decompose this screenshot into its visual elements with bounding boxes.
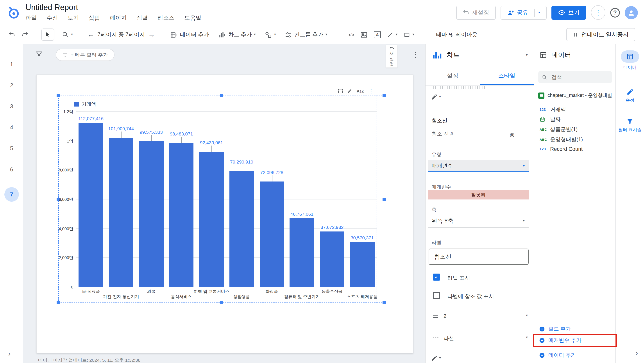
bar[interactable] <box>230 171 254 287</box>
edit-icon[interactable] <box>347 88 352 94</box>
label-color-picker[interactable]: ▾ <box>431 355 441 362</box>
add-data-button[interactable]: 데이터 추가 <box>167 28 212 41</box>
text-tool[interactable]: A <box>371 28 384 41</box>
help-icon[interactable]: ? <box>610 8 620 17</box>
page-thumb-6[interactable]: 6 <box>0 166 23 173</box>
report-page[interactable]: A↕Z ⋮ 거래액 1.2억1억8,000만6,000만4,000만2,000만… <box>36 74 413 353</box>
menu-arrange[interactable]: 정렬 <box>136 13 152 23</box>
reset-overlay[interactable]: 재설정 <box>386 45 398 67</box>
field-row[interactable]: ABC 상품군별(1) <box>540 125 613 134</box>
type-select[interactable]: 매개변수 ▾ <box>428 160 529 172</box>
menu-view[interactable]: 보기 <box>68 13 83 23</box>
prev-page-button[interactable]: ← <box>87 31 94 38</box>
image-tool[interactable] <box>357 28 371 41</box>
page-thumb-1[interactable]: 1 <box>0 61 23 67</box>
quick-filter-chip[interactable]: + 빠른 필터 추가 <box>56 49 115 61</box>
field-row[interactable]: ABC 운영형태별(1) <box>540 135 613 144</box>
collapse-panel-icon[interactable]: › <box>636 350 638 356</box>
field-row[interactable]: 123 Record Count <box>540 145 613 153</box>
data-grid-icon <box>626 53 634 60</box>
report-title[interactable]: Untitled Report <box>26 3 211 12</box>
rail-properties-button[interactable]: 속성 <box>616 88 644 103</box>
community-viz-button[interactable]: ▾ <box>262 28 279 41</box>
page-thumb-7-active[interactable]: 7 <box>4 187 19 202</box>
line-color-picker[interactable]: ▾ <box>431 93 441 100</box>
embed-url-button[interactable]: <> <box>345 28 357 41</box>
bar[interactable] <box>79 123 103 287</box>
x-axis-label: 컴퓨터 및 주변기기 <box>284 294 320 300</box>
view-button[interactable]: 보기 <box>552 5 586 19</box>
chart-kebab-icon[interactable]: ⋮ <box>368 88 374 94</box>
menu-insert[interactable]: 삽입 <box>88 13 104 23</box>
menu-resource[interactable]: 리소스 <box>158 13 179 23</box>
filter-icon[interactable] <box>36 50 42 57</box>
main-area: 1 2 3 4 5 6 7 › + 빠른 필터 추가 재설정 ⋮ <box>0 44 644 363</box>
bar[interactable] <box>290 218 314 287</box>
canvas[interactable]: + 빠른 필터 추가 재설정 ⋮ <box>23 44 425 363</box>
selection-mode-icon[interactable] <box>338 89 342 93</box>
add-control-button[interactable]: 컨트롤 추가 ▾ <box>282 28 330 41</box>
tab-setup[interactable]: 설정 <box>426 66 480 85</box>
page-thumb-5[interactable]: 5 <box>0 145 23 152</box>
next-page-button[interactable]: → <box>148 31 155 38</box>
add-field-link[interactable]: 필드 추가 <box>539 325 571 333</box>
bar[interactable] <box>260 181 284 287</box>
page-thumb-3[interactable]: 3 <box>0 103 23 110</box>
add-parameter-link[interactable]: 매개변수 추가 <box>539 337 582 344</box>
chevron-down-icon[interactable]: ▾ <box>526 336 528 339</box>
share-button[interactable]: 공유 ▾ <box>500 5 546 19</box>
line-style-value[interactable]: 파선 <box>444 335 454 343</box>
label-connector <box>182 137 182 143</box>
bar[interactable] <box>199 152 224 287</box>
show-label-checkbox-checked[interactable]: ✓ <box>433 274 440 281</box>
menu-page[interactable]: 페이지 <box>110 13 131 23</box>
field-row[interactable]: 날짜 <box>540 115 613 124</box>
add-data-link[interactable]: 데이터 추가 <box>539 352 576 359</box>
canvas-kebab-icon[interactable]: ⋮ <box>412 51 419 58</box>
search-input[interactable] <box>550 74 603 81</box>
line-weight-value[interactable]: 2 <box>444 313 446 319</box>
select-tool[interactable] <box>41 28 54 41</box>
bar[interactable] <box>139 141 164 287</box>
chevron-down-icon[interactable]: ▾ <box>526 314 528 317</box>
page-indicator[interactable]: 7페이지 중 7페이지 <box>94 28 148 41</box>
menu-help[interactable]: 도움말 <box>184 13 206 23</box>
data-source-row[interactable]: chapter1_market - 운영형태별 <box>538 92 614 99</box>
reference-line-label-input[interactable] <box>428 249 528 265</box>
remove-reference-line-icon[interactable]: ⊗ <box>509 131 515 139</box>
theme-layout-button[interactable]: 테마 및 레이아웃 <box>433 28 480 41</box>
y-axis-tick: 4,000만 <box>58 226 73 232</box>
bar-chart[interactable]: A↕Z ⋮ 거래액 1.2억1억8,000만6,000만4,000만2,000만… <box>58 96 384 303</box>
reset-button[interactable]: 재설정 <box>456 5 496 19</box>
axis-select[interactable]: 왼쪽 Y축 ▾ <box>428 214 529 228</box>
pause-updates-button[interactable]: 업데이트 일시중지 <box>566 28 635 41</box>
bar[interactable] <box>169 143 194 287</box>
plus-circle-icon <box>539 337 545 344</box>
shape-tool[interactable]: ▾ <box>400 28 417 41</box>
page-thumb-4[interactable]: 4 <box>0 124 23 131</box>
zoom-tool[interactable]: ▾ <box>59 28 76 41</box>
field-search[interactable] <box>538 71 612 83</box>
tab-style[interactable]: 스타일 <box>480 66 534 85</box>
chevron-down-icon[interactable]: ▾ <box>526 53 528 57</box>
menu-edit[interactable]: 수정 <box>46 13 62 23</box>
show-ref-value-checkbox-unchecked[interactable] <box>433 292 440 299</box>
redo-button[interactable] <box>18 28 32 41</box>
share-dropdown[interactable]: ▾ <box>534 8 540 16</box>
bar[interactable] <box>350 242 374 287</box>
sort-icon[interactable]: A↕Z <box>357 89 364 93</box>
expand-rail-icon[interactable]: › <box>8 350 10 357</box>
page-thumb-2[interactable]: 2 <box>0 82 23 88</box>
field-row[interactable]: 123 거래액 <box>540 105 613 114</box>
rail-filter-bar-button[interactable]: 필터 표시줄 <box>616 118 644 133</box>
avatar[interactable] <box>625 6 638 19</box>
bar[interactable] <box>109 138 133 287</box>
more-options-button[interactable]: ⋮ <box>591 5 606 20</box>
line-tool[interactable]: ▾ <box>384 28 400 41</box>
data-panel: 데이터 chapter1_market - 운영형태별 123 거래액 날짜 <box>534 44 616 363</box>
rail-data-button[interactable]: 데이터 <box>616 50 644 71</box>
undo-button[interactable] <box>5 28 18 41</box>
add-chart-button[interactable]: 차트 추가 ▾ <box>216 28 259 41</box>
menu-file[interactable]: 파일 <box>26 13 41 23</box>
bar[interactable] <box>320 232 344 287</box>
